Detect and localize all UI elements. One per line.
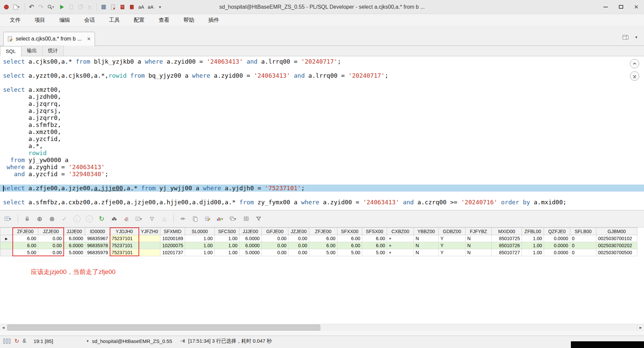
cell-CXBZ00[interactable]: + bbox=[387, 242, 414, 249]
code-line-19[interactable]: select a.zfje00,a.jzje00,a.jjje00,a.* fr… bbox=[0, 185, 644, 192]
window-list-caret-icon[interactable]: ▾ bbox=[632, 33, 641, 42]
column-header-QZFJE0-22[interactable]: QZFJE0 bbox=[544, 228, 570, 235]
horizontal-scrollbar[interactable]: ◄ ► bbox=[0, 324, 644, 331]
execute-icon[interactable] bbox=[57, 2, 66, 12]
cell-GDBZ00[interactable]: Y bbox=[439, 249, 466, 256]
column-header-SFXX00-14[interactable]: SFXX00 bbox=[337, 228, 362, 235]
delete-record-icon[interactable]: ⊗ bbox=[48, 214, 56, 223]
column-header-ZFJE00-13[interactable]: ZFJE00 bbox=[309, 228, 337, 235]
cell-YBBZ00[interactable]: N bbox=[414, 242, 439, 249]
font-grow-icon[interactable]: aA bbox=[146, 2, 155, 12]
cell-ZFBL00[interactable]: 1.00 bbox=[522, 235, 544, 242]
cell-JJJE00[interactable]: 5.0000 bbox=[239, 249, 262, 256]
cell-SFXMID[interactable]: 10200075 bbox=[160, 242, 185, 249]
cell-YJDJH0[interactable]: 75237101 bbox=[110, 242, 139, 249]
document-tab-close-icon[interactable]: × bbox=[87, 36, 91, 43]
cell-SFSX00[interactable]: 5.00 bbox=[362, 249, 387, 256]
post-changes-icon[interactable]: ✓ bbox=[60, 214, 68, 223]
cell-YJFZH0[interactable] bbox=[139, 249, 160, 256]
scroll-to-top-button[interactable] bbox=[630, 59, 639, 68]
column-header-SL0000-8[interactable]: SL0000 bbox=[185, 228, 215, 235]
find-icon[interactable]: ▾ bbox=[46, 2, 57, 12]
cell-SFLB00[interactable]: 0 bbox=[570, 242, 596, 249]
cell-QZFJE0[interactable]: 0.0000 bbox=[544, 235, 570, 242]
cell-SFXMID[interactable]: 10201737 bbox=[160, 249, 185, 256]
menu-item-4[interactable]: 会话 bbox=[77, 15, 102, 26]
cell-JZJE00[interactable]: 0.00 bbox=[38, 249, 64, 256]
minimize-button[interactable] bbox=[598, 0, 613, 14]
cell-ZFBL00[interactable]: 1.00 bbox=[522, 242, 544, 249]
code-line-12[interactable]: a.yzcfid, bbox=[0, 135, 644, 142]
code-line-11[interactable]: a.xmzt00, bbox=[0, 128, 644, 135]
chart-caret-icon[interactable]: ▾ bbox=[221, 217, 225, 221]
column-header-YJDJH0-5[interactable]: YJDJH0 bbox=[110, 228, 139, 235]
cell-FJFYBZ[interactable]: N bbox=[466, 242, 492, 249]
cell-SFXX00[interactable]: 5.00 bbox=[337, 249, 362, 256]
scroll-to-bottom-button[interactable] bbox=[630, 71, 639, 81]
menu-item-5[interactable]: 工具 bbox=[102, 15, 127, 26]
column-header-SFLB00-23[interactable]: SFLB00 bbox=[570, 228, 596, 235]
row-selector-1[interactable]: ▶ bbox=[0, 235, 13, 242]
code-line-8[interactable]: a.jzqrsj, bbox=[0, 107, 644, 114]
cell-ZFJE00[interactable]: 5.00 bbox=[309, 249, 337, 256]
column-header-FJFYBZ-19[interactable]: FJFYBZ bbox=[466, 228, 492, 235]
cell-SFXMID[interactable]: 10200189 bbox=[160, 235, 185, 242]
cell-JZJE00[interactable]: 0.00 bbox=[288, 242, 309, 249]
cell-YBBZ00[interactable]: N bbox=[414, 235, 439, 242]
cell-JZJE00[interactable]: 0.00 bbox=[288, 249, 309, 256]
pin-icon[interactable] bbox=[180, 338, 185, 344]
cell-JJJE00[interactable]: 6.0000 bbox=[239, 242, 262, 249]
row-selector-2[interactable] bbox=[0, 242, 13, 249]
red-document-icon[interactable] bbox=[118, 2, 127, 12]
cell-YJDJH0[interactable]: 75237101 bbox=[110, 235, 139, 242]
code-line-6[interactable]: a.jzdh00, bbox=[0, 93, 644, 100]
clear-grid-icon[interactable] bbox=[122, 214, 130, 223]
document-tab[interactable]: select a.cjks00,a.* from b ... × bbox=[3, 32, 95, 46]
column-header-JZJE00-12[interactable]: JZJE00 bbox=[288, 228, 309, 235]
cell-JZJE00[interactable]: 0.00 bbox=[38, 235, 64, 242]
cell-SFXX00[interactable]: 6.00 bbox=[337, 242, 362, 249]
menu-item-9[interactable]: 插件 bbox=[201, 15, 226, 26]
menu-item-7[interactable]: 查看 bbox=[152, 15, 176, 26]
grid-options-caret-icon[interactable]: ▾ bbox=[9, 217, 13, 221]
column-header-GJBM00-24[interactable]: GJBM00 bbox=[596, 228, 637, 235]
cell-ZFJE00[interactable]: 5.00 bbox=[13, 249, 38, 256]
cell-QZFJE0[interactable]: 0.0000 bbox=[544, 249, 570, 256]
code-line-13[interactable]: a.*, bbox=[0, 142, 644, 149]
paste-disabled-icon[interactable] bbox=[76, 2, 85, 12]
filter-descending-icon[interactable]: ▽ bbox=[148, 214, 156, 223]
add-record-icon[interactable]: ⊕ bbox=[36, 214, 44, 223]
cell-SFLB00[interactable]: 0 bbox=[570, 235, 596, 242]
new-document-caret-icon[interactable]: ▾ bbox=[18, 5, 21, 9]
copy-disabled-icon[interactable] bbox=[67, 2, 75, 12]
cell-ZFJE00[interactable]: 6.00 bbox=[13, 242, 38, 249]
cell-CXBZ00[interactable]: + bbox=[387, 235, 414, 242]
connection-caret-icon[interactable]: ▾ bbox=[87, 339, 89, 343]
code-line-10[interactable]: a.sfmfbz, bbox=[0, 121, 644, 128]
code-line-2[interactable] bbox=[0, 65, 644, 72]
cell-YBBZ00[interactable]: N bbox=[414, 249, 439, 256]
column-header-SFSX00-15[interactable]: SFSX00 bbox=[362, 228, 387, 235]
window-list-icon[interactable] bbox=[621, 33, 630, 42]
code-line-15[interactable]: from yj_yw0000 a bbox=[0, 156, 644, 163]
window-layout-caret-icon[interactable]: ▾ bbox=[234, 217, 238, 221]
cell-SFXX00[interactable]: 6.00 bbox=[337, 235, 362, 242]
fetch-next-icon[interactable]: ↓ bbox=[73, 214, 81, 223]
code-line-14[interactable]: rowid bbox=[0, 149, 644, 156]
cell-YJFZH0[interactable] bbox=[139, 242, 160, 249]
redo-icon[interactable]: ↷ bbox=[37, 2, 45, 12]
lock-icon[interactable] bbox=[23, 214, 31, 223]
cell-JJJE00[interactable]: 6.0000 bbox=[239, 235, 262, 242]
menu-item-6[interactable]: 配置 bbox=[127, 15, 152, 26]
row-selector-3[interactable] bbox=[0, 249, 13, 256]
cell-ID0000[interactable]: 96835978 bbox=[85, 242, 110, 249]
drag-disabled-icon[interactable] bbox=[86, 2, 94, 12]
cell-SFCS00[interactable]: 1.00 bbox=[215, 249, 239, 256]
code-line-21[interactable]: select a.sfmfbz,a.cxbz00,a.zfje00,a.jzje… bbox=[0, 199, 644, 206]
filter-funnel-icon[interactable] bbox=[255, 214, 263, 223]
column-header-GDBZ00-18[interactable]: GDBZ00 bbox=[439, 228, 466, 235]
cell-GJBM00[interactable]: 0025030700102 bbox=[596, 235, 637, 242]
scrollbar-right-arrow-icon[interactable]: ► bbox=[637, 324, 644, 331]
cell-JJJE00[interactable]: 6.0000 bbox=[64, 235, 85, 242]
cell-GFJE00[interactable]: 0.00 bbox=[262, 249, 288, 256]
